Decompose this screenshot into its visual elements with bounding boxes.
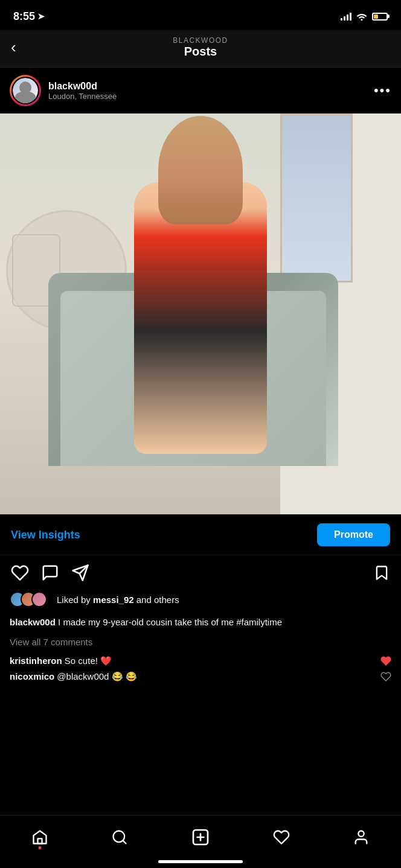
svg-rect-2 — [38, 838, 42, 843]
status-time: 8:55 ➤ — [13, 10, 45, 23]
back-button[interactable]: ‹ — [11, 38, 16, 57]
comment-text-2: nicoxmico @blackw00d 😂 😂 — [10, 671, 137, 682]
nav-home-button[interactable] — [31, 829, 48, 846]
comment-row-2: nicoxmico @blackw00d 😂 😂 — [0, 669, 401, 685]
nav-profile-button[interactable] — [353, 829, 370, 846]
avatar-image — [13, 78, 38, 103]
share-button[interactable] — [71, 564, 89, 582]
liked-avatars — [10, 592, 42, 607]
comment-heart-button-1[interactable] — [380, 656, 391, 666]
caption: blackw00d I made my 9-year-old cousin ta… — [0, 613, 401, 634]
avatar-ring[interactable] — [10, 75, 41, 106]
nav-activity-button[interactable] — [273, 829, 290, 846]
nav-bar: ‹ BLACKWOOD Posts — [0, 30, 401, 68]
liked-others: and others — [134, 595, 179, 605]
status-bar: 8:55 ➤ — [0, 0, 401, 30]
commenter-username-1[interactable]: kristinheron — [10, 656, 62, 666]
view-comments-button[interactable]: View all 7 comments — [0, 634, 401, 653]
nav-title: Posts — [173, 45, 228, 59]
more-options-button[interactable]: ••• — [374, 83, 391, 98]
liked-username: messi_92 — [93, 595, 134, 605]
home-notification-dot — [39, 846, 42, 849]
comment-content-1: So cute! ❤️ — [62, 656, 112, 666]
nav-add-button[interactable] — [191, 828, 210, 847]
promote-button[interactable]: Promote — [317, 523, 390, 546]
battery-icon — [372, 13, 388, 21]
comment-button[interactable] — [41, 564, 59, 582]
nav-search-button[interactable] — [111, 829, 128, 846]
like-button[interactable] — [11, 564, 29, 582]
post-user-info: blackw00d Loudon, Tennessee — [48, 81, 117, 101]
action-bar — [0, 555, 401, 588]
commenter-username-2[interactable]: nicoxmico — [10, 671, 54, 681]
post-image[interactable] — [0, 113, 401, 514]
liked-avatar-3 — [31, 592, 47, 607]
location-arrow-icon: ➤ — [37, 11, 45, 21]
liked-by-text[interactable]: Liked by messi_92 and others — [57, 595, 179, 605]
comment-row: kristinheron So cute! ❤️ — [0, 653, 401, 669]
post-header: blackw00d Loudon, Tennessee ••• — [0, 68, 401, 113]
nav-subtitle: BLACKWOOD — [173, 36, 228, 45]
comment-text-1: kristinheron So cute! ❤️ — [10, 656, 112, 666]
view-insights-button[interactable]: View Insights — [11, 529, 80, 541]
action-left — [11, 564, 89, 582]
comment-heart-button-2[interactable] — [380, 671, 391, 682]
comment-content-2: @blackw00d 😂 😂 — [54, 671, 137, 681]
caption-text: I made my 9-year-old cousin take this of… — [56, 617, 282, 627]
avatar — [11, 77, 39, 104]
post-header-left: blackw00d Loudon, Tennessee — [10, 75, 117, 106]
insights-bar: View Insights Promote — [0, 514, 401, 555]
bookmark-button[interactable] — [373, 564, 390, 582]
post-username[interactable]: blackw00d — [48, 81, 117, 92]
svg-line-4 — [123, 840, 126, 843]
svg-point-8 — [358, 831, 364, 836]
home-indicator — [158, 860, 243, 863]
signal-icon — [341, 12, 351, 21]
post-location: Loudon, Tennessee — [48, 92, 117, 101]
liked-by: Liked by messi_92 and others — [0, 588, 401, 613]
time-display: 8:55 — [13, 10, 35, 23]
wifi-icon — [356, 12, 367, 21]
caption-username[interactable]: blackw00d — [10, 617, 56, 627]
status-icons — [341, 12, 388, 21]
nav-title-group: BLACKWOOD Posts — [173, 36, 228, 59]
